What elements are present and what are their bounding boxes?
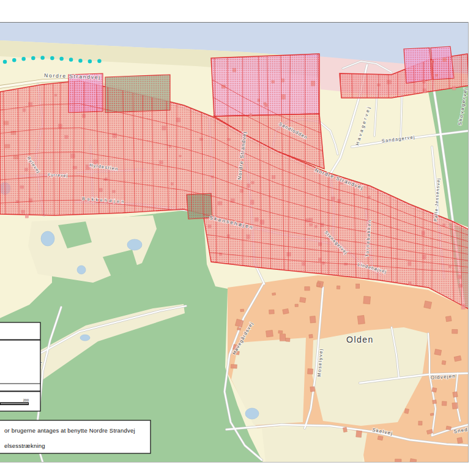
scale-label: 200 — [23, 398, 29, 402]
note-line-1: or brugerne antages at benytte Nordre St… — [4, 427, 135, 434]
note-box: or brugerne antages at benytte Nordre St… — [0, 420, 151, 453]
map-render-layers — [0, 22, 469, 466]
place-label-olden: Olden — [346, 335, 374, 344]
map-viewport: Nordre Strandvej Nordre Strandvej Nordre… — [0, 22, 476, 466]
map-document-page: Nordre Strandvej Nordre Strandvej Nordre… — [0, 0, 476, 476]
note-line-2: elsesstrækning — [4, 442, 45, 449]
map-canvas: Nordre Strandvej Nordre Strandvej Nordre… — [0, 0, 476, 476]
legend-box: 200 — [0, 322, 40, 411]
